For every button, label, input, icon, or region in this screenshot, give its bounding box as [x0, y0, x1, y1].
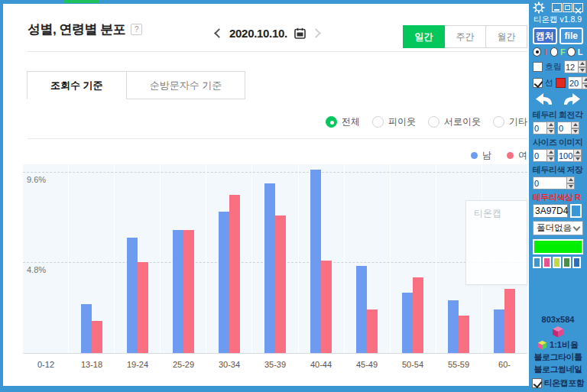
- blur-checkbox[interactable]: [533, 62, 543, 72]
- close-button[interactable]: [573, 3, 583, 12]
- maximize-button[interactable]: [563, 3, 572, 12]
- tab-pageviews[interactable]: 조회수 기준: [27, 71, 127, 99]
- chart-column: [251, 164, 297, 353]
- color-cube-icon: [537, 340, 547, 350]
- chart-column: [206, 164, 251, 353]
- border-color-hex-input[interactable]: 3A97D4: [533, 204, 568, 218]
- ratio-option[interactable]: 1:1비율: [533, 339, 583, 351]
- chevron-right-icon[interactable]: [311, 28, 321, 38]
- gear-icon[interactable]: [533, 2, 545, 14]
- bar-여: [504, 289, 515, 353]
- image-size-label: 사이즈 이미지: [533, 137, 583, 148]
- folder-dropdown[interactable]: 폴더없음: [533, 221, 583, 235]
- header-divider: [28, 51, 527, 52]
- chevron-down-icon: [573, 223, 581, 231]
- close-icon: [574, 7, 582, 15]
- daily-button[interactable]: 일간: [403, 25, 445, 48]
- bar-여: [413, 277, 423, 353]
- current-date[interactable]: 2020.10.10.: [229, 27, 287, 40]
- radio-selected-icon: [326, 116, 337, 128]
- bar-여: [138, 262, 148, 353]
- filter-others[interactable]: 기타: [493, 115, 527, 128]
- chart-column: [344, 164, 390, 353]
- section-divider: [28, 138, 527, 139]
- include-checkbox[interactable]: [532, 378, 542, 388]
- legend-male: 남: [471, 149, 491, 162]
- border-color-save-label: 테두리색 저장: [533, 164, 583, 176]
- bar-여: [229, 195, 240, 353]
- cube-icon[interactable]: [552, 326, 564, 338]
- date-navigation: 2020.10.10.: [216, 24, 319, 41]
- minimize-button[interactable]: [552, 3, 562, 12]
- age-gender-bar-chart: 9.6%4.8%: [23, 164, 527, 354]
- calendar-icon[interactable]: [294, 28, 306, 39]
- chevron-left-icon[interactable]: [214, 28, 224, 38]
- help-icon[interactable]: ?: [131, 24, 142, 35]
- capture-mode-radios: I F L: [533, 47, 583, 57]
- x-axis-label: 55-59: [436, 360, 482, 369]
- include-watermark-option[interactable]: 티온캡포함: [533, 377, 583, 389]
- bar-남: [310, 170, 321, 353]
- bar-여: [275, 215, 286, 353]
- line-checkbox[interactable]: [533, 78, 543, 88]
- blog-thumbnail-option[interactable]: 블로그썸네일: [533, 364, 583, 375]
- monthly-button[interactable]: 월간: [485, 25, 527, 48]
- radio-icon: [372, 116, 384, 128]
- palette-color-swatch[interactable]: [572, 257, 581, 268]
- bar-남: [173, 230, 183, 353]
- palette-color-swatch[interactable]: [563, 257, 571, 268]
- filter-followers[interactable]: 피이웃: [372, 115, 416, 128]
- redo-arrow-icon[interactable]: [562, 92, 582, 107]
- rotate-x-spinner[interactable]: 0: [533, 121, 555, 134]
- blur-amount-spinner[interactable]: 12: [564, 60, 586, 73]
- mode-radio-full[interactable]: [550, 47, 559, 57]
- line-color-swatch[interactable]: [556, 78, 566, 88]
- chart-column: [160, 164, 206, 353]
- capture-button[interactable]: 캡처: [533, 28, 557, 44]
- radio-icon: [493, 116, 504, 128]
- border-color-swatch[interactable]: [570, 204, 582, 218]
- bar-남: [264, 183, 275, 353]
- stats-page: 성별, 연령별 분포 ? 2020.10.10. 일간 주간 월간 조회수 기준…: [3, 4, 529, 386]
- x-axis-label: 13-18: [69, 360, 115, 369]
- weekly-button[interactable]: 주간: [444, 25, 486, 48]
- tab-unique-visitors[interactable]: 순방문자수 기준: [126, 71, 246, 99]
- bar-남: [219, 212, 229, 353]
- undo-arrow-icon[interactable]: [534, 92, 554, 107]
- border-save-spinner[interactable]: 0: [533, 177, 575, 190]
- filter-all[interactable]: 전체: [326, 115, 360, 128]
- mode-radio-layer[interactable]: [567, 47, 576, 57]
- line-width-spinner[interactable]: 20: [568, 76, 587, 89]
- palette-color-swatch[interactable]: [533, 257, 541, 268]
- bar-여: [321, 261, 332, 353]
- bar-여: [183, 230, 194, 353]
- metric-tabs: 조회수 기준 순방문자수 기준: [28, 71, 245, 99]
- page-title: 성별, 연령별 분포: [28, 21, 125, 38]
- watermark-text: 티온캡: [474, 208, 501, 219]
- size-y-spinner[interactable]: 100: [557, 149, 582, 162]
- x-axis-label: 60-: [482, 360, 527, 369]
- size-x-spinner[interactable]: 0: [533, 149, 555, 162]
- mode-radio-image[interactable]: [533, 47, 541, 57]
- palette-color-swatch[interactable]: [553, 257, 561, 268]
- female-dot-icon: [507, 152, 514, 159]
- bar-남: [356, 266, 367, 353]
- x-axis: 0-1213-1819-2425-2930-3435-3940-4445-495…: [23, 360, 527, 369]
- bar-여: [92, 321, 102, 353]
- x-axis-label: 50-54: [390, 360, 436, 369]
- current-color-swatch[interactable]: [533, 239, 583, 254]
- visitor-filter-radios: 전체 피이웃 서로이웃 기타: [326, 115, 527, 128]
- file-button[interactable]: file: [559, 28, 584, 44]
- radio-icon: [428, 116, 439, 128]
- x-axis-label: 35-39: [252, 360, 298, 369]
- app-title: 티온캡 v1.8.9: [533, 14, 583, 27]
- legend-female: 여: [507, 149, 527, 162]
- palette-color-swatch[interactable]: [543, 257, 551, 268]
- bar-남: [402, 293, 413, 353]
- blog-title-option[interactable]: 블로그타이틀: [533, 352, 583, 363]
- spinner-down-icon: [578, 67, 586, 74]
- capture-tool-sidebar: 티온캡 v1.8.9 캡처 file I F L 흐림 12 선 20: [529, 0, 587, 392]
- filter-mutual[interactable]: 서로이웃: [428, 115, 481, 128]
- chart-legend: 남 여: [471, 149, 527, 162]
- rotate-y-spinner[interactable]: 0: [557, 121, 579, 134]
